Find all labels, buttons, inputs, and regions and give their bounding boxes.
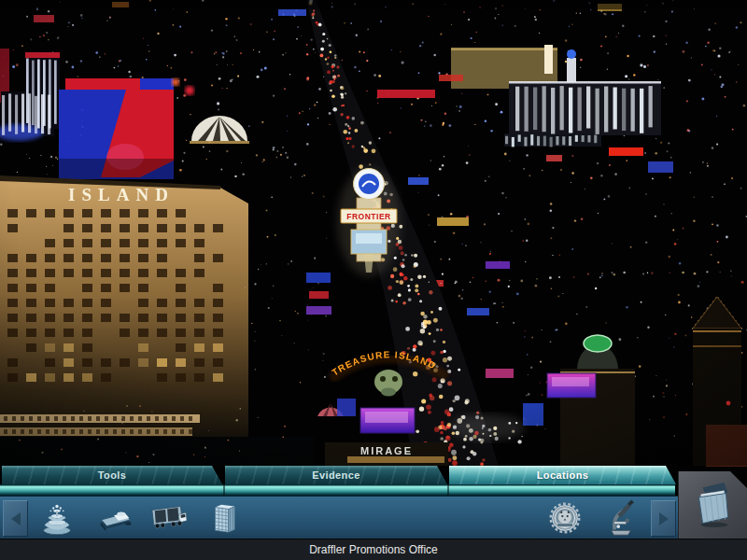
location-item-truck-trailer[interactable] [148,498,190,538]
bed-icon [93,498,136,538]
police-badge-icon [543,498,586,538]
scroll-right-button[interactable] [651,500,676,537]
tab-tools[interactable]: Tools [2,466,222,484]
truck-trailer-icon [148,498,190,538]
tab-evidence[interactable]: Evidence [225,466,447,484]
vignette [0,0,747,466]
case-file-button[interactable] [678,471,747,539]
tab-locations-label: Locations [537,469,589,481]
fountain-icon [35,498,78,538]
right-arrow-icon [659,512,669,525]
scroll-left-button[interactable] [3,500,28,537]
location-item-microscope[interactable] [599,498,642,538]
case-file-folder-icon [691,481,736,529]
status-bar: Draffler Promotions Office [0,539,747,560]
tab-locations[interactable]: Locations [449,466,676,484]
location-item-fountain[interactable] [35,498,78,538]
left-arrow-icon [11,512,21,525]
tab-evidence-label: Evidence [312,469,360,481]
teal-accent-bar [0,484,675,496]
game-screen: ISLAND [0,0,747,560]
tab-tools-label: Tools [98,469,127,481]
status-text: Draffler Promotions Office [309,543,438,556]
office-building-icon [202,498,245,538]
location-item-office-building[interactable] [202,498,245,538]
location-item-bed[interactable] [93,498,136,538]
microscope-icon [599,498,642,538]
location-item-police-badge[interactable] [543,498,586,538]
